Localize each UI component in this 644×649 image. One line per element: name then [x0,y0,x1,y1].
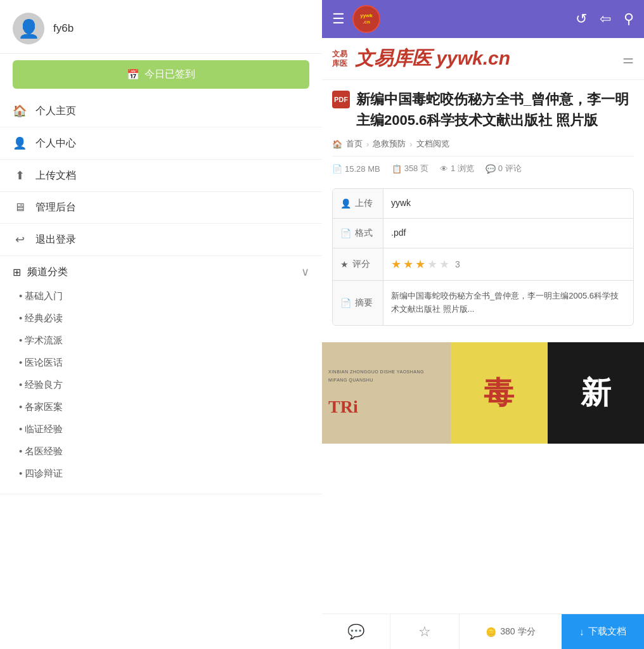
dropdown-header: 👤 fy6b [0,0,322,54]
right-nav-bar: ☰ yywk.cn ↺ ⇦ ⚲ [322,0,644,38]
channel-item-9[interactable]: 四诊辩证 [13,463,309,485]
star-label-icon: ★ [340,259,349,269]
right-hamburger-icon[interactable]: ☰ [332,11,345,27]
summary-text: 新编中国毒蛇咬伤秘方全书_曾仲意，李一明主编2005.6科学技术文献出版社 照片… [391,291,619,314]
star-1[interactable]: ★ [391,257,401,271]
channel-section: ⊞ 频道分类 ∨ 基础入门 经典必读 学术流派 医论医话 经验良方 各家医案 临… [0,256,322,494]
star-3[interactable]: ★ [415,257,425,271]
download-icon: ↓ [579,626,584,637]
info-row-uploader: 👤 上传 yywk [333,189,633,219]
star-4[interactable]: ★ [427,257,437,271]
channel-title-label: 频道分类 [27,266,68,279]
breadcrumb-sep-1: › [366,139,369,149]
site-brand: 文易库医 文易库医 yywk.cn [332,46,510,72]
breadcrumb-home[interactable]: 首页 [346,138,363,150]
bottom-action-bar: 💬 ☆ 🪙 380 学分 ↓ 下载文档 [322,614,644,649]
book-preview-container: XINBIAN ZHONGGUO DISHE YAOSHANG MIFANG Q… [322,342,644,444]
right-refresh-icon[interactable]: ↺ [576,11,587,27]
star-count: 3 [455,259,460,269]
preview-strip-beige: XINBIAN ZHONGGUO DISHE YAOSHANG MIFANG Q… [322,342,451,444]
breadcrumb-page[interactable]: 文档阅览 [416,138,449,150]
filter-icon[interactable]: ⚌ [622,51,634,67]
pages-icon: 📋 [392,164,402,174]
channel-item-6[interactable]: 各家医案 [13,396,309,418]
chevron-down-icon[interactable]: ∨ [301,265,309,279]
channel-list: 基础入门 经典必读 学术流派 医论医话 经验良方 各家医案 临证经验 名医经验 … [13,285,309,485]
channel-item-5[interactable]: 经验良方 [13,374,309,396]
doc-size: 📄 15.28 MB [332,163,380,174]
right-nav-icons: ↺ ⇦ ⚲ [576,11,634,27]
download-label: 下载文档 [588,626,626,638]
menu-item-admin-label: 管理后台 [35,201,76,214]
avatar: 👤 [13,13,44,44]
profile-icon: 👤 [13,136,27,150]
menu-item-profile-label: 个人中心 [35,137,76,150]
credits-icon: 🪙 [486,627,496,637]
channel-item-3[interactable]: 学术流派 [13,330,309,352]
info-row-format: 📄 格式 .pdf [333,219,633,248]
eye-icon: 👁 [440,164,448,174]
preview-char-poison: 毒 [484,373,514,413]
download-button[interactable]: ↓ 下载文档 [562,614,644,649]
doc-meta: 📄 15.28 MB 📋 358 页 👁 1 浏览 💬 0 评论 [332,156,634,181]
doc-pdf-icon: PDF [332,91,350,108]
channel-item-1[interactable]: 基础入门 [13,285,309,307]
channel-item-8[interactable]: 名医经验 [13,440,309,463]
right-search-icon[interactable]: ⚲ [624,11,634,27]
site-header: 文易库医 文易库医 yywk.cn ⚌ [322,38,644,80]
summary-value: 新编中国毒蛇咬伤秘方全书_曾仲意，李一明主编2005.6科学技术文献出版社 照片… [383,281,633,325]
username-label: fy6b [53,22,74,35]
star-2[interactable]: ★ [403,257,413,271]
breadcrumb-cat[interactable]: 急救预防 [373,138,406,150]
right-nav-logo: ☰ yywk.cn [332,5,576,33]
channel-item-4[interactable]: 医论医话 [13,352,309,374]
star-5[interactable]: ★ [439,257,449,271]
menu-item-profile[interactable]: 👤 个人中心 [0,127,322,160]
checkin-button[interactable]: 📅 今日已签到 [13,60,309,89]
rating-label: ★ 评分 [333,248,383,280]
info-table: 👤 上传 yywk 📄 格式 .pdf ★ [332,188,634,326]
book-preview: XINBIAN ZHONGGUO DISHE YAOSHANG MIFANG Q… [322,342,644,444]
doc-title: PDF 新编中国毒蛇咬伤秘方全书_曾仲意，李一明主编2005.6科学技术文献出版… [332,89,634,131]
channel-title: ⊞ 频道分类 [13,266,68,279]
doc-comments: 💬 0 评论 [486,163,522,174]
menu-item-home[interactable]: 🏠 个人主页 [0,95,322,127]
right-logo-badge: yywk.cn [352,5,380,33]
channel-item-2[interactable]: 经典必读 [13,307,309,330]
doc-title-text: 新编中国毒蛇咬伤秘方全书_曾仲意，李一明主编2005.6科学技术文献出版社 照片… [356,89,634,131]
format-icon: 📄 [340,228,351,238]
menu-item-upload[interactable]: ⬆ 上传文档 [0,160,322,192]
right-share-icon[interactable]: ⇦ [600,11,611,27]
left-panel: ☰ yywk.cn ↺ ⇦ ⚲ ✓ 签到成功，获得 10 学分奖励 最新推荐 [0,0,322,649]
info-row-rating: ★ 评分 ★ ★ ★ ★ ★ 3 [333,248,633,281]
admin-icon: 🖥 [13,201,27,214]
summary-label: 📄 摘要 [333,281,383,325]
doc-pages: 📋 358 页 [392,163,428,174]
summary-icon: 📄 [340,298,351,308]
menu-items-list: 🏠 个人主页 👤 个人中心 ⬆ 上传文档 🖥 管理后台 [0,95,322,649]
doc-section: PDF 新编中国毒蛇咬伤秘方全书_曾仲意，李一明主编2005.6科学技术文献出版… [322,80,644,342]
channel-item-7[interactable]: 临证经验 [13,418,309,440]
preview-strip-yellow: 毒 [451,342,547,444]
preview-tr-text: TRi [328,397,444,417]
credits-display: 🪙 380 学分 [460,626,562,638]
right-panel: ☰ yywk.cn ↺ ⇦ ⚲ 文易库医 文易库医 yywk.cn [322,0,644,649]
breadcrumb-icon: 🏠 [332,139,342,149]
grid-icon: ⊞ [13,266,21,278]
checkin-button-label: 今日已签到 [145,68,195,81]
right-content-area: 文易库医 文易库医 yywk.cn ⚌ PDF 新编中国毒蛇咬伤秘方全书_曾仲意… [322,38,644,614]
upload-icon: ⬆ [13,169,27,183]
channel-header: ⊞ 频道分类 ∨ [13,265,309,279]
uploader-icon: 👤 [340,198,351,209]
menu-item-admin[interactable]: 🖥 管理后台 [0,192,322,224]
uploader-label: 👤 上传 [333,189,383,218]
menu-item-logout[interactable]: ↩ 退出登录 [0,224,322,256]
preview-top-text: XINBIAN ZHONGGUO DISHE YAOSHANG MIFANG Q… [328,368,444,384]
favorite-action[interactable]: ☆ [390,614,459,649]
uploader-value: yywk [383,189,633,218]
preview-char-new: 新 [581,373,611,413]
brand-text-small: 文易库医 [332,49,347,68]
logout-icon: ↩ [13,233,27,247]
comment-action[interactable]: 💬 [322,614,390,649]
comment-action-icon: 💬 [347,624,364,640]
